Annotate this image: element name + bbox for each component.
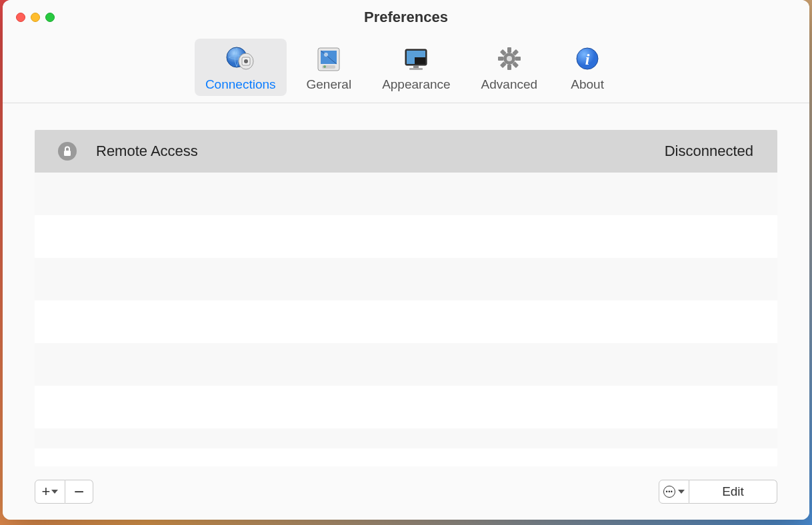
svg-rect-11 (415, 57, 425, 64)
list-row[interactable]: Remote Access Disconnected (35, 130, 777, 173)
advanced-icon (493, 43, 525, 75)
tab-advanced-label: Advanced (481, 77, 538, 92)
window-title: Preferences (16, 9, 796, 26)
bottom-bar: + − ••• Edit (35, 466, 777, 506)
add-remove-group: + − (35, 480, 93, 504)
minimize-window-button[interactable] (31, 13, 40, 22)
appearance-icon (400, 43, 432, 75)
content-area: Remote Access Disconnected + − (3, 103, 809, 520)
tab-about[interactable]: i About (557, 39, 617, 96)
list-row-empty (35, 343, 777, 386)
ellipsis-icon: ••• (663, 486, 675, 498)
tab-about-label: About (571, 77, 604, 92)
connections-list[interactable]: Remote Access Disconnected (35, 130, 777, 466)
svg-point-6 (324, 53, 328, 57)
chevron-down-icon (51, 490, 58, 494)
tab-general-label: General (307, 77, 352, 92)
connection-name: Remote Access (84, 143, 665, 160)
list-row-empty (35, 386, 777, 428)
titlebar: Preferences (3, 0, 809, 35)
svg-text:i: i (585, 51, 590, 68)
list-row-empty (35, 258, 777, 300)
actions-menu-button[interactable]: ••• (659, 480, 689, 504)
svg-rect-12 (413, 65, 419, 68)
list-row-empty (35, 215, 777, 258)
svg-rect-17 (507, 65, 511, 70)
lock-column (51, 142, 84, 161)
remove-connection-button[interactable]: − (65, 480, 93, 504)
minus-icon: − (74, 483, 84, 500)
chevron-down-icon (678, 490, 685, 494)
edit-button[interactable]: Edit (689, 480, 777, 504)
svg-rect-16 (507, 47, 511, 53)
toolbar: Connections General (3, 35, 809, 103)
list-row-empty (35, 300, 777, 343)
zoom-window-button[interactable] (45, 13, 55, 22)
svg-rect-13 (409, 68, 423, 70)
tab-appearance-label: Appearance (382, 77, 450, 92)
list-row-empty (35, 173, 777, 215)
lock-icon (58, 142, 77, 161)
svg-point-15 (507, 56, 512, 61)
connections-icon (225, 43, 257, 75)
svg-rect-19 (515, 57, 521, 61)
svg-rect-18 (498, 57, 503, 61)
tab-appearance[interactable]: Appearance (371, 39, 461, 96)
svg-rect-26 (64, 151, 71, 156)
traffic-lights (16, 13, 55, 22)
svg-point-8 (323, 65, 326, 68)
tab-connections-label: Connections (205, 77, 276, 92)
connection-status: Disconnected (665, 143, 761, 160)
edit-button-label: Edit (722, 484, 744, 499)
plus-icon: + (42, 484, 51, 499)
tab-advanced[interactable]: Advanced (471, 39, 549, 96)
close-window-button[interactable] (16, 13, 25, 22)
about-icon: i (571, 43, 603, 75)
actions-edit-group: ••• Edit (659, 480, 777, 504)
tab-connections[interactable]: Connections (195, 39, 287, 96)
list-row-empty (35, 428, 777, 448)
tab-general[interactable]: General (296, 39, 363, 96)
add-connection-button[interactable]: + (35, 480, 65, 504)
preferences-window: Preferences Conne (3, 0, 809, 520)
general-icon (313, 43, 345, 75)
svg-point-3 (244, 59, 248, 63)
